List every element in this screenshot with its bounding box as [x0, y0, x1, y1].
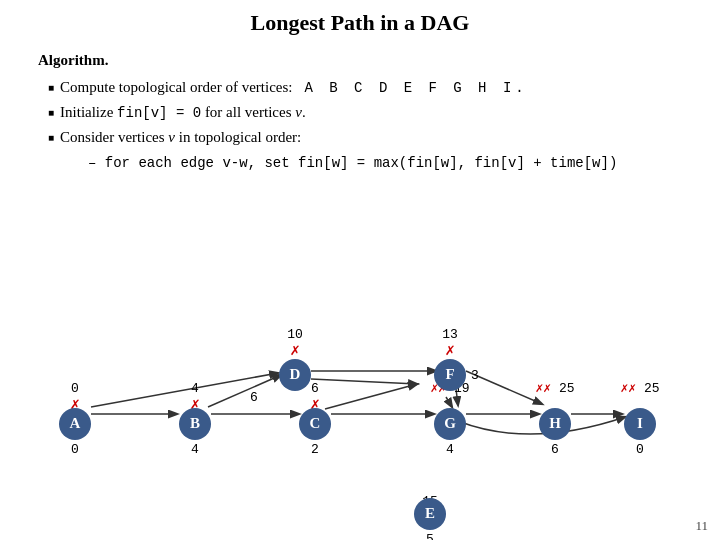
sub-bullet: – for each edge v-w, set fin[w] = max(fi… — [38, 152, 720, 175]
node-c-bottom: 2 — [311, 442, 319, 457]
node-e-bottom: 5 — [426, 532, 434, 540]
edge-f-label: 3 — [471, 367, 479, 382]
page-title: Longest Path in a DAG — [0, 0, 720, 42]
node-h: H — [539, 408, 571, 440]
graph-container: 10✗ 13✗ 15✗ A 0✗ 0 B 4✗ 4 C 6✗ 2 D 6 E 5… — [0, 179, 720, 509]
node-d-top: 10✗ — [287, 327, 303, 362]
node-a: A — [59, 408, 91, 440]
graph-svg — [0, 179, 720, 509]
svg-line-8 — [446, 397, 452, 407]
algorithm-heading: Algorithm. — [38, 48, 720, 73]
node-d: D — [279, 359, 311, 391]
svg-line-5 — [325, 384, 417, 409]
node-f-top: 13✗ — [442, 327, 458, 362]
node-g-bottom: 4 — [446, 442, 454, 457]
node-f: F — [434, 359, 466, 391]
node-i: I — [624, 408, 656, 440]
node-a-bottom: 0 — [71, 442, 79, 457]
bullet-3: Consider vertices v in topological order… — [48, 125, 720, 150]
node-b: B — [179, 408, 211, 440]
page-number: 11 — [695, 518, 708, 534]
node-i-bottom: 0 — [636, 442, 644, 457]
topo-letters: A B C D E F G H I. — [304, 77, 527, 100]
node-h-top: ✗✗ 25 — [535, 381, 574, 397]
node-b-bottom: 4 — [191, 442, 199, 457]
edge-d-label: 6 — [250, 389, 258, 404]
node-i-top: ✗✗ 25 — [620, 381, 659, 397]
bullet-2: Initialize fin[v] = 0 for all vertices v… — [48, 100, 720, 125]
svg-line-6 — [311, 379, 417, 384]
node-g: G — [434, 408, 466, 440]
bullet-1: Compute topological order of vertices: A… — [48, 75, 720, 100]
node-e: E — [414, 498, 446, 530]
node-h-bottom: 6 — [551, 442, 559, 457]
node-c: C — [299, 408, 331, 440]
